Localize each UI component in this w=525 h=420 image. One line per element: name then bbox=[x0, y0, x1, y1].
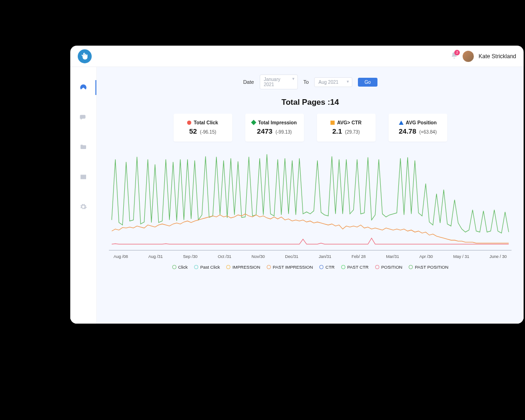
legend-label: POSITION bbox=[381, 264, 402, 270]
x-axis-tick: Nov/30 bbox=[251, 254, 265, 259]
sidebar-item-dashboard[interactable] bbox=[70, 82, 96, 93]
notifications-button[interactable]: 2 bbox=[451, 52, 458, 61]
chart-x-axis: Aug /08Aug /31Sep /30Oct /31Nov/30Dec/31… bbox=[109, 253, 512, 259]
kpi-label: AVG Position bbox=[406, 120, 437, 125]
legend-marker bbox=[194, 265, 198, 269]
x-axis-tick: Sep /30 bbox=[183, 254, 197, 259]
pointer-hand-icon bbox=[81, 52, 89, 61]
kpi-card: AVG> CTR 2.1 (29.73) bbox=[317, 114, 376, 142]
legend-item[interactable]: CTR bbox=[319, 264, 335, 270]
x-axis-tick: Aug /08 bbox=[114, 254, 128, 259]
app-logo[interactable] bbox=[78, 49, 92, 63]
x-axis-tick: Dec/31 bbox=[285, 254, 299, 259]
x-axis-tick: Oct /31 bbox=[218, 254, 231, 259]
x-axis-tick: Feb/ 28 bbox=[351, 254, 366, 259]
kpi-card: AVG Position 24.78 (+63.84) bbox=[389, 114, 447, 142]
sidebar-item-settings[interactable] bbox=[70, 201, 96, 212]
x-axis-tick: Apr /30 bbox=[419, 254, 433, 259]
kpi-label: AVG> CTR bbox=[337, 120, 362, 125]
legend-label: Click bbox=[178, 264, 188, 270]
x-axis-tick: Aug /31 bbox=[148, 254, 163, 259]
legend-item[interactable]: Past Click bbox=[194, 264, 220, 270]
legend-marker bbox=[341, 265, 345, 269]
kpi-card: Total Click 52 (-96.15) bbox=[174, 114, 232, 142]
kpi-delta: (-99.13) bbox=[276, 129, 292, 135]
legend-marker bbox=[409, 265, 413, 269]
legend-label: Past Click bbox=[200, 264, 220, 270]
envelope-icon bbox=[80, 173, 87, 181]
sidebar-item-files[interactable] bbox=[70, 142, 96, 153]
legend-label: PAST POSITION bbox=[415, 264, 448, 270]
sidebar-item-chat[interactable] bbox=[70, 112, 96, 123]
kpi-delta: (29.73) bbox=[345, 129, 360, 135]
chat-icon bbox=[80, 114, 87, 121]
date-from-select[interactable]: January 2021 bbox=[260, 75, 298, 89]
legend-item[interactable]: PAST IMPRESSION bbox=[267, 264, 313, 270]
notification-badge: 2 bbox=[454, 50, 460, 55]
legend-marker bbox=[319, 265, 323, 269]
chart-series bbox=[112, 238, 509, 244]
legend-item[interactable]: POSITION bbox=[375, 264, 402, 270]
metrics-line-chart bbox=[109, 146, 512, 253]
folder-icon bbox=[80, 143, 87, 151]
gear-icon bbox=[80, 203, 87, 210]
legend-label: CTR bbox=[325, 264, 335, 270]
kpi-value: 24.78 bbox=[399, 127, 417, 135]
chart-container: Aug /08Aug /31Sep /30Oct /31Nov/30Dec/31… bbox=[109, 146, 512, 314]
dashboard-icon bbox=[79, 83, 88, 92]
chart-series bbox=[112, 214, 509, 243]
kpi-delta: (-96.15) bbox=[200, 129, 216, 135]
legend-item[interactable]: PAST CTR bbox=[341, 264, 369, 270]
kpi-value: 2.1 bbox=[332, 127, 342, 135]
sidebar-item-mail[interactable] bbox=[70, 171, 96, 183]
legend-label: IMPRESSION bbox=[232, 264, 260, 270]
legend-item[interactable]: PAST POSITION bbox=[409, 264, 448, 270]
legend-marker bbox=[226, 265, 230, 269]
kpi-row: Total Click 52 (-96.15) Total Impression… bbox=[109, 114, 512, 142]
date-filter-row: Date January 2021 To Aug 2021 Go bbox=[109, 75, 512, 89]
legend-item[interactable]: IMPRESSION bbox=[226, 264, 260, 270]
kpi-label: Total Click bbox=[194, 120, 218, 125]
legend-item[interactable]: Click bbox=[172, 264, 188, 270]
main-panel: Date January 2021 To Aug 2021 Go Total P… bbox=[97, 67, 524, 324]
total-pages-label: Total Pages : bbox=[282, 98, 330, 107]
kpi-value: 2473 bbox=[257, 127, 272, 135]
kpi-value: 52 bbox=[189, 127, 197, 135]
app-window: 2 Kate Strickland Date bbox=[70, 46, 524, 324]
kpi-label: Total Impression bbox=[258, 120, 296, 125]
user-name[interactable]: Kate Strickland bbox=[478, 53, 516, 60]
legend-marker bbox=[267, 265, 271, 269]
sidebar bbox=[70, 67, 97, 324]
date-to-select[interactable]: Aug 2021 bbox=[314, 77, 352, 87]
legend-label: PAST IMPRESSION bbox=[273, 264, 313, 270]
legend-marker bbox=[375, 265, 379, 269]
legend-marker bbox=[172, 265, 176, 269]
go-button[interactable]: Go bbox=[358, 78, 377, 87]
x-axis-tick: Jan/31 bbox=[319, 254, 331, 259]
legend-label: PAST CTR bbox=[347, 264, 369, 270]
chart-legend: ClickPast ClickIMPRESSIONPAST IMPRESSION… bbox=[109, 264, 512, 270]
to-label: To bbox=[303, 79, 309, 85]
avatar[interactable] bbox=[463, 51, 474, 62]
x-axis-tick: Mar/31 bbox=[386, 254, 399, 259]
date-label: Date bbox=[243, 79, 254, 85]
x-axis-tick: May / 31 bbox=[453, 254, 470, 259]
total-pages: Total Pages :14 bbox=[109, 98, 512, 107]
top-bar: 2 Kate Strickland bbox=[70, 46, 524, 67]
x-axis-tick: June / 30 bbox=[490, 254, 507, 259]
kpi-delta: (+63.84) bbox=[419, 129, 437, 135]
kpi-card: Total Impression 2473 (-99.13) bbox=[245, 114, 304, 142]
total-pages-value: 14 bbox=[330, 98, 339, 107]
